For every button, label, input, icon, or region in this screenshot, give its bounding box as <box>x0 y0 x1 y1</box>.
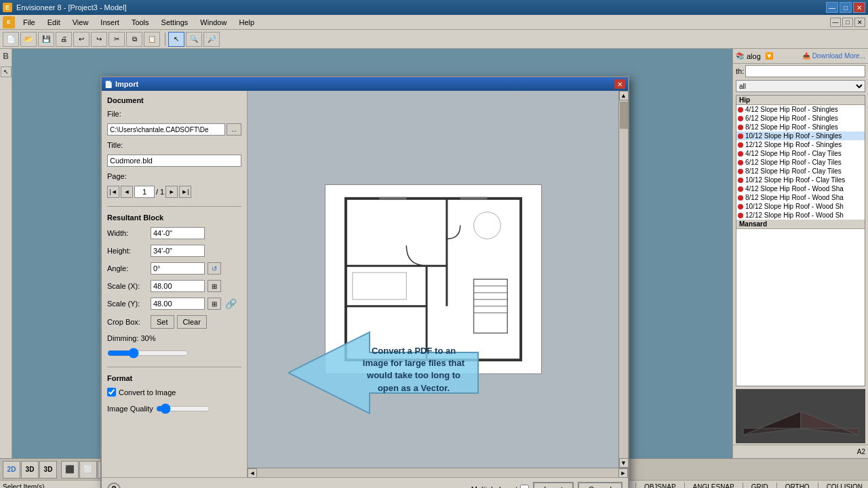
toolbar-zoom-out[interactable]: 🔎 <box>203 32 220 47</box>
toolbar-cut[interactable]: ✂ <box>108 32 125 47</box>
catalog-header: 📚 alog 🔽 📥 Download More... <box>733 49 868 64</box>
menu-maximize-btn[interactable]: □ <box>842 18 853 27</box>
item-icon-8 <box>738 178 743 183</box>
catalog-item-2[interactable]: 8/12 Slope Hip Roof - Shingles <box>736 123 865 131</box>
menu-tools[interactable]: Tools <box>126 18 155 27</box>
scroll-right-button[interactable]: ► <box>618 468 628 478</box>
horizontal-scrollbar-row: ◄ ► <box>248 468 628 477</box>
menu-controls[interactable]: — □ ✕ <box>830 18 865 27</box>
toolbar-select[interactable]: ↖ <box>168 32 184 47</box>
preview-canvas[interactable]: Convert a PDF to an image for large file… <box>248 91 618 468</box>
browse-button[interactable]: ... <box>226 123 241 136</box>
toolbar-open[interactable]: 📂 <box>20 32 37 47</box>
maximize-button[interactable]: □ <box>840 2 852 13</box>
catalog-item-9[interactable]: 4/12 Slope Hip Roof - Wood Sha <box>736 184 865 193</box>
scroll-thumb[interactable] <box>620 102 628 129</box>
page-first-button[interactable]: |◄ <box>107 186 119 198</box>
menu-window[interactable]: Window <box>195 18 232 27</box>
toolbar-undo[interactable]: ↩ <box>73 32 90 47</box>
close-button[interactable]: ✕ <box>853 2 865 13</box>
scale-y-input[interactable] <box>151 298 205 310</box>
tool-btn-2[interactable]: ⬜ <box>79 461 97 479</box>
page-number-input[interactable] <box>134 186 155 198</box>
cancel-button[interactable]: Cancel <box>578 482 623 489</box>
convert-checkbox[interactable] <box>107 388 116 396</box>
menu-edit[interactable]: Edit <box>42 18 66 27</box>
status-divider-6 <box>776 483 777 489</box>
toolbar-zoom-in[interactable]: 🔍 <box>186 32 202 47</box>
catalog-item-1[interactable]: 6/12 Slope Hip Roof - Shingles <box>736 114 865 123</box>
toolbar-copy[interactable]: ⧉ <box>126 32 142 47</box>
catalog-item-5[interactable]: 4/12 Slope Hip Roof - Clay Tiles <box>736 149 865 158</box>
catalog-item-6[interactable]: 6/12 Slope Hip Roof - Clay Tiles <box>736 158 865 167</box>
page-next-button[interactable]: ► <box>165 186 178 198</box>
width-input[interactable] <box>151 227 205 239</box>
catalog-item-12[interactable]: 12/12 Slope Hip Roof - Wood Sh <box>736 211 865 220</box>
catalog-search-input[interactable] <box>745 65 865 77</box>
title-input[interactable] <box>107 155 241 167</box>
grid-status[interactable]: GRID <box>749 483 771 488</box>
3d-view-button[interactable]: 3D <box>21 461 39 479</box>
page-prev-button[interactable]: ◄ <box>121 186 133 198</box>
toolbar-save[interactable]: 💾 <box>38 32 54 47</box>
canvas-area[interactable]: 📄 Import ✕ Document File: <box>12 49 732 458</box>
minimize-button[interactable]: — <box>826 2 838 13</box>
3d-alt-view-button[interactable]: 3D <box>39 461 57 479</box>
menu-close-btn[interactable]: ✕ <box>854 18 865 27</box>
menu-insert[interactable]: Insert <box>95 18 125 27</box>
menu-minimize-btn[interactable]: — <box>830 18 841 27</box>
download-more-label[interactable]: Download More... <box>812 52 865 60</box>
left-tool-select[interactable]: ↖ <box>1 66 12 77</box>
catalog-item-10[interactable]: 8/12 Slope Hip Roof - Wood Sha <box>736 193 865 202</box>
scale-x-input[interactable] <box>151 280 205 292</box>
multiple-insert-checkbox[interactable] <box>520 485 529 488</box>
toolbar-paste[interactable]: 📋 <box>144 32 160 47</box>
tool-btn-1[interactable]: ⬛ <box>61 461 79 479</box>
dialog-close-button[interactable]: ✕ <box>614 79 625 89</box>
menu-help[interactable]: Help <box>233 18 260 27</box>
file-label: File: <box>107 110 148 118</box>
convert-label: Convert to Image <box>119 388 176 396</box>
height-label: Height: <box>107 247 148 255</box>
scale-y-row: Scale (Y): ⊞ 🔗 <box>107 298 241 310</box>
dimming-slider[interactable] <box>107 348 189 359</box>
scroll-down-button[interactable]: ▼ <box>619 458 629 468</box>
toolbar-redo[interactable]: ↪ <box>91 32 107 47</box>
title-bar-controls[interactable]: — □ ✕ <box>826 2 865 13</box>
scroll-up-button[interactable]: ▲ <box>619 91 629 100</box>
menu-view[interactable]: View <box>67 18 94 27</box>
catalog-item-0[interactable]: 4/12 Slope Hip Roof - Shingles <box>736 105 865 114</box>
page-last-button[interactable]: ►| <box>179 186 191 198</box>
objsnap-status[interactable]: OBJSNAP <box>642 483 679 488</box>
image-quality-slider[interactable] <box>156 403 210 414</box>
help-button[interactable]: ? <box>107 483 121 489</box>
angle-reset-button[interactable]: ↺ <box>208 262 221 274</box>
collision-status[interactable]: COLLISION <box>824 483 865 488</box>
clear-button[interactable]: Clear <box>177 315 207 329</box>
menu-settings[interactable]: Settings <box>156 18 194 27</box>
catalog-filter-select[interactable]: all <box>736 80 865 92</box>
catalog-item-4[interactable]: 12/12 Slope Hip Roof - Shingles <box>736 140 865 149</box>
scale-x-button[interactable]: ⊞ <box>208 280 221 292</box>
scroll-left-button[interactable]: ◄ <box>248 468 257 478</box>
scale-y-button[interactable]: ⊞ <box>208 298 221 310</box>
insert-button[interactable]: Insert <box>533 482 574 489</box>
ortho-status[interactable]: ORTHO <box>783 483 812 488</box>
crop-box-label: Crop Box: <box>107 318 148 326</box>
angle-input[interactable] <box>151 262 205 274</box>
title-label: Title: <box>107 141 148 149</box>
vertical-scrollbar[interactable]: ▲ ▼ <box>618 91 628 468</box>
2d-view-button[interactable]: 2D <box>3 461 20 479</box>
menu-app-icon: E <box>3 16 15 28</box>
menu-file[interactable]: File <box>18 18 41 27</box>
toolbar-new[interactable]: 📄 <box>3 32 19 47</box>
anglesnap-status[interactable]: ANGLESNAP <box>690 483 737 488</box>
catalog-item-11[interactable]: 10/12 Slope Hip Roof - Wood Sh <box>736 202 865 211</box>
catalog-item-8[interactable]: 10/12 Slope Hip Roof - Clay Tiles <box>736 176 865 184</box>
catalog-item-3[interactable]: 10/12 Slope Hip Roof - Shingles <box>736 131 865 140</box>
set-button[interactable]: Set <box>151 315 174 329</box>
height-input[interactable] <box>151 245 205 257</box>
catalog-item-7[interactable]: 8/12 Slope Hip Roof - Clay Tiles <box>736 167 865 176</box>
toolbar-print[interactable]: 🖨 <box>56 32 72 47</box>
file-input[interactable] <box>107 123 225 136</box>
